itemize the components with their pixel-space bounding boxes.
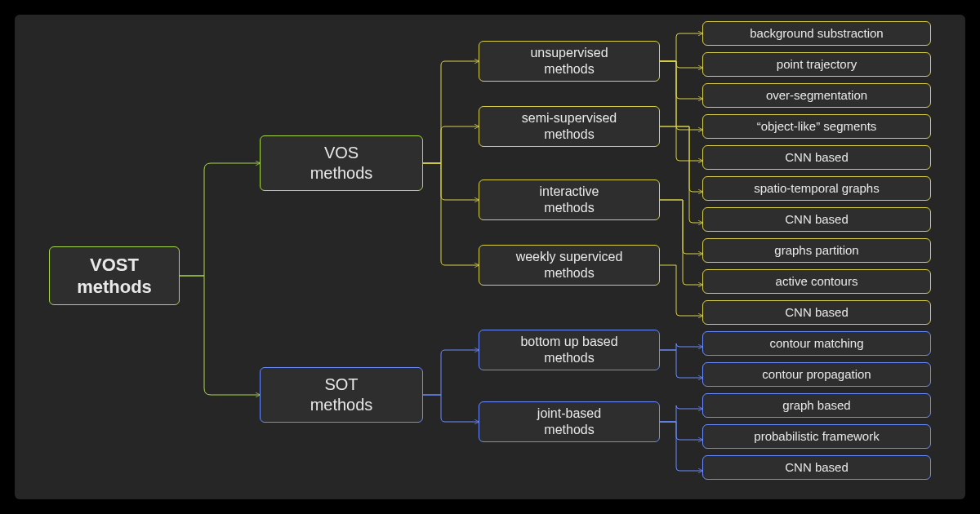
leaf-active-contours: active contours: [702, 269, 931, 294]
vos-methods-node: VOS methods: [260, 135, 423, 191]
leaf-cnn-based-3: CNN based: [702, 300, 931, 325]
leaf-cnn-based-1: CNN based: [702, 145, 931, 170]
root-node: VOST methods: [49, 246, 180, 305]
semi-supervised-node: semi-supervised methods: [479, 106, 660, 147]
bottom-up-node: bottom up based methods: [479, 330, 660, 370]
leaf-graphs-partition: graphs partition: [702, 238, 931, 263]
leaf-cnn-based-4: CNN based: [702, 455, 931, 480]
leaf-contour-propagation: contour propagation: [702, 362, 931, 387]
interactive-node: interactive methods: [479, 179, 660, 220]
weekly-supervised-node: weekly superviced methods: [479, 245, 660, 286]
sot-methods-node: SOT methods: [260, 367, 423, 423]
unsupervised-node: unsupervised methods: [479, 41, 660, 82]
leaf-cnn-based-2: CNN based: [702, 207, 931, 232]
leaf-probabilistic-framework: probabilistic framework: [702, 424, 931, 449]
leaf-background-subtraction: background substraction: [702, 21, 931, 46]
leaf-object-like-segments: “object-like” segments: [702, 114, 931, 139]
diagram-canvas: VOST methods VOS methods SOT methods uns…: [15, 15, 965, 499]
leaf-contour-matching: contour matching: [702, 331, 931, 356]
leaf-graph-based: graph based: [702, 393, 931, 418]
leaf-over-segmentation: over-segmentation: [702, 83, 931, 108]
joint-based-node: joint-based methods: [479, 401, 660, 442]
leaf-spatio-temporal-graphs: spatio-temporal graphs: [702, 176, 931, 201]
leaf-point-trajectory: point trajectory: [702, 52, 931, 77]
